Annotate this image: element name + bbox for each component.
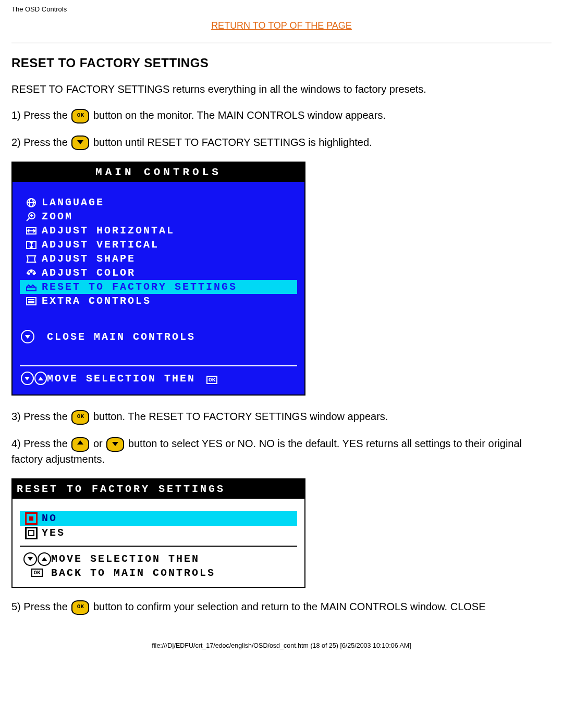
footer-file-path: file:///D|/EDFU/crt_17/edoc/english/OSD/… <box>11 642 552 649</box>
step-5-post: button to confirm your selection and ret… <box>93 601 486 612</box>
osd-reset-yes: YES <box>20 526 297 540</box>
globe-icon <box>21 198 42 208</box>
osd-reset-footer1: MOVE SELECTION THEN <box>51 553 200 565</box>
osd-main-controls-window: MAIN CONTROLS LANGUAGE ZOOM ADJUST HORIZ… <box>11 162 305 396</box>
step-2-post: button until RESET TO FACTORY SETTINGS i… <box>93 137 372 148</box>
osd-item-adjust-shape: ADJUST SHAPE <box>20 252 297 266</box>
shape-icon <box>21 254 42 264</box>
osd-reset-title: RESET TO FACTORY SETTINGS <box>13 479 304 499</box>
up-down-icon <box>21 372 47 385</box>
radio-selected-icon <box>21 512 42 525</box>
color-icon <box>21 268 42 278</box>
osd-item-label: ZOOM <box>42 211 296 223</box>
osd-footer: MOVE SELECTION THEN OK <box>20 365 297 387</box>
list-icon <box>21 296 42 306</box>
ok-icon: OK <box>206 376 217 384</box>
ok-button-icon: OK <box>71 109 89 124</box>
osd-reset-footer2: BACK TO MAIN CONTROLS <box>51 567 215 579</box>
factory-icon <box>21 282 42 292</box>
osd-item-label: ADJUST COLOR <box>42 267 296 279</box>
up-down-icon <box>23 552 51 566</box>
osd-reset-footer: MOVE SELECTION THEN OK BACK TO MAIN CONT… <box>20 546 297 583</box>
step-5: 5) Press the OK button to confirm your s… <box>11 599 552 615</box>
osd-reset-no: NO <box>20 511 297 526</box>
osd-item-label: ADJUST VERTICAL <box>42 239 296 251</box>
osd-item-adjust-vertical: ADJUST VERTICAL <box>20 238 297 252</box>
close-down-icon <box>21 330 47 343</box>
osd-item-label: ADJUST SHAPE <box>42 253 296 265</box>
step-4-pre: 4) Press the <box>11 438 70 449</box>
osd-item-extra-controls: EXTRA CONTROLS <box>20 294 297 308</box>
osd-close-label: CLOSE MAIN CONTROLS <box>47 331 195 343</box>
step-1-pre: 1) Press the <box>11 109 70 121</box>
step-3-pre: 3) Press the <box>11 411 70 422</box>
intro-text: RESET TO FACTORY SETTINGS returns everyt… <box>11 82 552 96</box>
osd-item-adjust-color: ADJUST COLOR <box>20 266 297 280</box>
osd-item-label: ADJUST HORIZONTAL <box>42 225 296 237</box>
svg-line-6 <box>27 218 29 221</box>
step-2-pre: 2) Press the <box>11 137 70 148</box>
osd-item-language: LANGUAGE <box>20 195 297 209</box>
osd-item-label: RESET TO FACTORY SETTINGS <box>42 281 296 293</box>
ok-icon: OK <box>23 569 51 577</box>
svg-rect-14 <box>27 287 36 291</box>
down-button-icon <box>71 135 89 150</box>
vertical-icon <box>21 240 42 250</box>
svg-point-13 <box>33 273 35 274</box>
down-button-icon <box>106 437 124 452</box>
horizontal-icon <box>21 226 42 236</box>
osd-reset-no-label: NO <box>42 512 57 524</box>
osd-close-row: CLOSE MAIN CONTROLS <box>20 329 297 344</box>
osd-reset-window: RESET TO FACTORY SETTINGS NO YES MOVE SE… <box>11 478 305 588</box>
return-to-top-link[interactable]: RETURN TO TOP OF THE PAGE <box>11 20 552 31</box>
divider <box>11 43 552 43</box>
step-4-mid: or <box>93 438 105 449</box>
osd-item-zoom: ZOOM <box>20 209 297 224</box>
step-2: 2) Press the button until RESET TO FACTO… <box>11 135 552 151</box>
svg-point-11 <box>28 273 30 274</box>
osd-footer-text: MOVE SELECTION THEN OK <box>47 373 217 385</box>
step-1-post: button on the monitor. The MAIN CONTROLS… <box>93 109 386 121</box>
up-button-icon <box>71 437 89 452</box>
zoom-icon <box>21 212 42 222</box>
svg-point-12 <box>31 270 32 272</box>
step-5-pre: 5) Press the <box>11 601 70 612</box>
osd-main-title: MAIN CONTROLS <box>13 163 304 182</box>
osd-item-adjust-horizontal: ADJUST HORIZONTAL <box>20 224 297 238</box>
step-3: 3) Press the OK button. The RESET TO FAC… <box>11 409 552 425</box>
ok-button-icon: OK <box>71 600 89 615</box>
osd-item-label: LANGUAGE <box>42 196 296 208</box>
osd-item-label: EXTRA CONTROLS <box>42 295 296 307</box>
step-4: 4) Press the or button to select YES or … <box>11 436 552 467</box>
osd-reset-yes-label: YES <box>42 527 65 539</box>
ok-button-icon: OK <box>71 410 89 425</box>
step-3-post: button. The RESET TO FACTORY SETTINGS wi… <box>93 411 388 422</box>
step-1: 1) Press the OK button on the monitor. T… <box>11 108 552 124</box>
osd-footer-label: MOVE SELECTION THEN <box>47 373 195 385</box>
radio-unselected-icon <box>21 527 42 539</box>
page-header: The OSD Controls <box>11 5 552 13</box>
section-title: RESET TO FACTORY SETTINGS <box>11 56 552 70</box>
osd-item-reset-factory: RESET TO FACTORY SETTINGS <box>20 280 297 294</box>
